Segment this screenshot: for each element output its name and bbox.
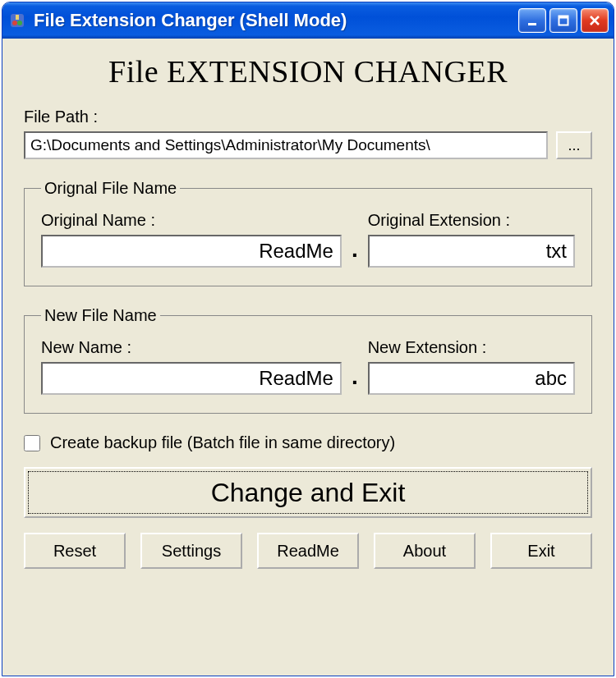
about-button[interactable]: About <box>374 533 476 569</box>
exit-button[interactable]: Exit <box>490 533 592 569</box>
original-ext-label: Original Extension : <box>368 211 575 230</box>
button-row: Reset Settings ReadMe About Exit <box>24 533 592 569</box>
original-name-input[interactable] <box>41 235 342 268</box>
close-button[interactable] <box>581 8 609 33</box>
window-buttons <box>518 8 609 33</box>
filepath-input[interactable] <box>24 131 548 159</box>
original-fieldset: Orignal File Name Original Name : . Orig… <box>24 179 592 286</box>
change-and-exit-button[interactable]: Change and Exit <box>24 467 592 518</box>
svg-point-1 <box>12 21 17 25</box>
original-legend: Orignal File Name <box>41 179 180 198</box>
titlebar: File Extension Changer (Shell Mode) <box>2 2 614 39</box>
new-ext-label: New Extension : <box>368 338 575 357</box>
new-ext-input[interactable] <box>368 362 575 395</box>
original-name-label: Original Name : <box>41 211 342 230</box>
filepath-label: File Path : <box>24 108 592 126</box>
dot-separator-icon: . <box>352 364 358 390</box>
new-legend: New File Name <box>41 306 160 325</box>
svg-rect-3 <box>16 15 19 20</box>
new-name-input[interactable] <box>41 362 342 395</box>
client-area: File EXTENSION CHANGER File Path : ... O… <box>2 39 614 676</box>
readme-button[interactable]: ReadMe <box>257 533 359 569</box>
settings-button[interactable]: Settings <box>140 533 242 569</box>
app-title: File EXTENSION CHANGER <box>24 53 592 89</box>
svg-rect-6 <box>559 16 568 19</box>
backup-checkbox[interactable] <box>24 435 40 451</box>
minimize-button[interactable] <box>518 8 546 33</box>
filepath-row: ... <box>24 131 592 159</box>
svg-point-2 <box>17 21 22 25</box>
backup-label[interactable]: Create backup file (Batch file in same d… <box>50 433 395 452</box>
browse-button[interactable]: ... <box>556 131 592 159</box>
maximize-button[interactable] <box>549 8 577 33</box>
window-title: File Extension Changer (Shell Mode) <box>34 10 512 31</box>
app-window: File Extension Changer (Shell Mode) File… <box>2 2 614 676</box>
reset-button[interactable]: Reset <box>24 533 126 569</box>
new-fieldset: New File Name New Name : . New Extension… <box>24 306 592 414</box>
app-icon <box>7 11 27 30</box>
svg-rect-4 <box>528 23 536 25</box>
new-name-label: New Name : <box>41 338 342 357</box>
dot-separator-icon: . <box>352 236 358 263</box>
backup-row: Create backup file (Batch file in same d… <box>24 433 592 452</box>
original-ext-input[interactable] <box>368 235 575 268</box>
